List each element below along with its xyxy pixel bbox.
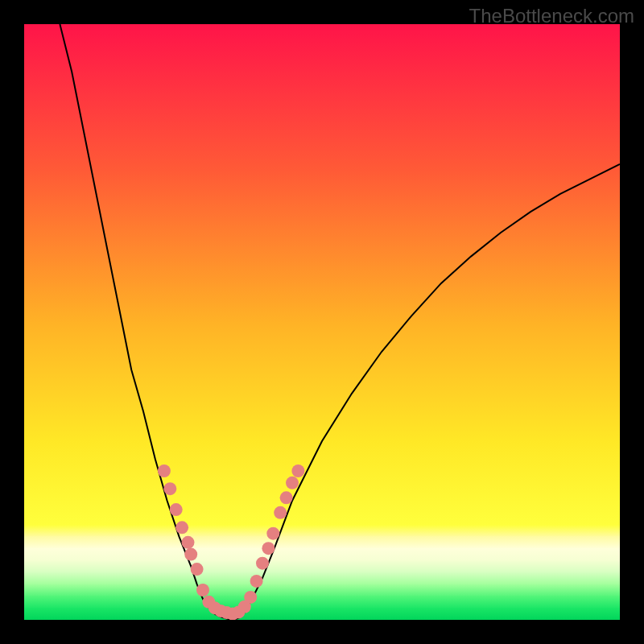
data-marker <box>191 563 204 576</box>
curve-svg <box>24 24 620 620</box>
data-marker <box>158 464 171 477</box>
data-marker <box>262 542 275 555</box>
data-marker <box>175 521 188 534</box>
curve-left-branch <box>60 24 233 620</box>
data-marker <box>170 503 183 516</box>
plot-area <box>24 24 620 620</box>
data-marker <box>163 482 176 495</box>
data-marker <box>250 575 263 588</box>
data-marker <box>184 548 197 561</box>
data-marker <box>280 491 293 504</box>
data-marker <box>182 536 195 549</box>
data-marker <box>291 464 304 477</box>
data-marker <box>256 557 269 570</box>
curve-right-branch <box>233 164 620 620</box>
data-marker <box>286 477 299 489</box>
chart-frame: TheBottleneck.com <box>0 0 644 644</box>
data-marker <box>274 506 287 519</box>
watermark-text: TheBottleneck.com <box>469 5 634 27</box>
data-marker <box>244 591 257 604</box>
data-marker <box>266 527 279 540</box>
data-marker <box>196 584 209 597</box>
